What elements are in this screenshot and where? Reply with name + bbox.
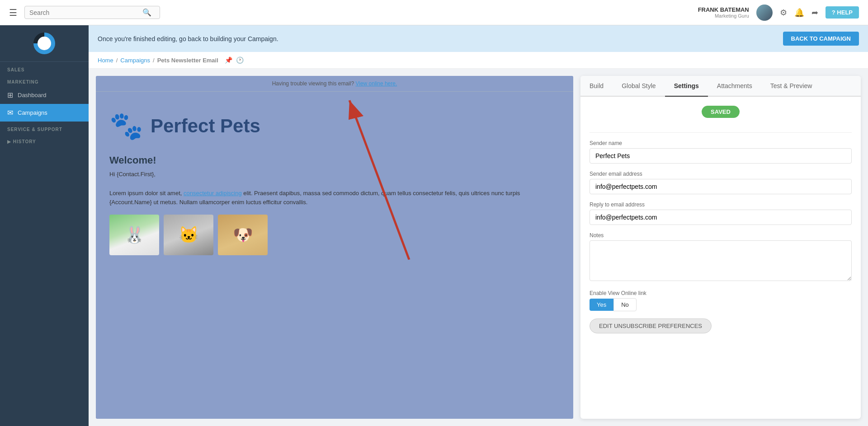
nav-left: ☰ 🔍 <box>9 6 698 19</box>
sidebar-item-label: Dashboard <box>18 92 47 98</box>
tab-settings[interactable]: Settings <box>665 76 708 97</box>
tab-global-style[interactable]: Global Style <box>613 76 665 97</box>
email-header: 🐾 Perfect Pets <box>109 101 560 149</box>
logo-inner <box>38 37 51 50</box>
sidebar-item-campaigns[interactable]: ✉ Campaigns <box>0 104 89 122</box>
dashboard-icon: ⊞ <box>7 91 13 99</box>
nav-right: FRANK BATEMAN Marketing Guru ⚙ 🔔 ➦ ? HEL… <box>698 5 859 21</box>
settings-body: SAVED Sender name Sender email address <box>580 97 861 419</box>
email-body-content: 🐾 Perfect Pets Welcome! Hi {Contact.Firs… <box>96 92 573 419</box>
pin-icon[interactable]: 📌 <box>225 56 232 64</box>
notes-label: Notes <box>590 232 852 239</box>
search-box: 🔍 <box>24 6 160 19</box>
user-name: FRANK BATEMAN <box>698 6 749 13</box>
back-to-campaign-button[interactable]: BACK TO CAMPAIGN <box>783 32 859 46</box>
sidebar-section-marketing: MARKETING <box>0 74 89 86</box>
breadcrumb: Home / Campaigns / Pets Newsletter Email… <box>89 52 868 69</box>
breadcrumb-current: Pets Newsletter Email <box>157 57 218 64</box>
sender-email-group: Sender email address <box>590 171 852 194</box>
cat-image: 🐱 <box>164 215 213 255</box>
breadcrumb-sep-1: / <box>116 57 118 64</box>
menu-icon[interactable]: ☰ <box>9 7 17 18</box>
email-preview: Having trouble viewing this email? View … <box>96 76 573 419</box>
reply-email-group: Reply to email address Select YES/NO to … <box>590 201 852 225</box>
enable-toggle-row: Yes No <box>590 298 852 311</box>
tab-build[interactable]: Build <box>580 76 613 97</box>
search-input[interactable] <box>29 9 142 16</box>
sidebar-item-dashboard[interactable]: ⊞ Dashboard <box>0 86 89 104</box>
sidebar: SALES MARKETING ⊞ Dashboard ✉ Campaigns … <box>0 25 89 426</box>
saved-badge: SAVED <box>702 106 740 118</box>
clock-icon[interactable]: 🕐 <box>236 56 244 64</box>
paw-icon: 🐾 <box>109 110 143 142</box>
user-info: FRANK BATEMAN Marketing Guru <box>698 6 749 19</box>
user-role: Marketing Guru <box>698 13 749 19</box>
editor-area: Having trouble viewing this email? View … <box>89 69 868 426</box>
sidebar-section-service: SERVICE & SUPPORT <box>0 122 89 134</box>
history-collapse-icon: ▶ <box>7 139 11 144</box>
toggle-no-button[interactable]: No <box>613 298 637 311</box>
pet-images: 🐰 🐱 🐶 <box>109 215 560 255</box>
notes-group: Notes <box>590 232 852 283</box>
breadcrumb-home[interactable]: Home <box>98 57 113 64</box>
content-area: Once you're finished editing, go back to… <box>89 25 868 426</box>
view-online-text: Having trouble viewing this email? <box>272 80 356 87</box>
settings-panel: Build Global Style Settings Attachments … <box>580 76 861 419</box>
enable-view-label: Enable View Online link <box>590 290 852 296</box>
welcome-heading: Welcome! <box>109 154 560 166</box>
logo-area <box>0 25 89 62</box>
sidebar-section-sales: SALES <box>0 62 89 74</box>
sender-email-label: Sender email address <box>590 171 852 177</box>
edit-unsubscribe-button[interactable]: EDIT UNSUBSCRIBE PREFERENCES <box>590 318 712 333</box>
campaigns-icon: ✉ <box>7 108 13 117</box>
sender-email-input[interactable] <box>590 179 852 194</box>
breadcrumb-actions: 📌 🕐 <box>225 56 244 64</box>
avatar[interactable] <box>756 5 773 21</box>
greeting-text: Hi {Contact.First}, <box>109 170 560 179</box>
enable-view-online-group: Enable View Online link Yes No <box>590 290 852 311</box>
toggle-yes-button[interactable]: Yes <box>590 299 613 311</box>
help-button[interactable]: ? HELP <box>826 6 859 19</box>
main-layout: SALES MARKETING ⊞ Dashboard ✉ Campaigns … <box>0 25 868 426</box>
view-online-link[interactable]: View online here. <box>355 80 397 87</box>
tabs-row: Build Global Style Settings Attachments … <box>580 76 861 97</box>
brand-name: Perfect Pets <box>151 115 260 137</box>
view-online-bar: Having trouble viewing this email? View … <box>96 76 573 92</box>
rabbit-image: 🐰 <box>109 215 159 255</box>
logo <box>33 33 55 54</box>
dog-image: 🐶 <box>218 215 268 255</box>
notifications-icon[interactable]: 🔔 <box>794 8 804 18</box>
body-text: Lorem ipsum dolor sit amet, consectetur … <box>109 189 560 208</box>
lorem-link[interactable]: consectetur adipiscing <box>184 190 242 197</box>
sender-name-label: Sender name <box>590 140 852 146</box>
sender-name-input[interactable] <box>590 148 852 164</box>
sender-name-group: Sender name <box>590 140 852 164</box>
banner: Once you're finished editing, go back to… <box>89 25 868 52</box>
top-navigation: ☰ 🔍 FRANK BATEMAN Marketing Guru ⚙ 🔔 ➦ ?… <box>0 0 868 25</box>
breadcrumb-campaigns[interactable]: Campaigns <box>120 57 150 64</box>
notes-textarea[interactable] <box>590 240 852 281</box>
sidebar-item-label: Campaigns <box>18 109 47 116</box>
tab-attachments[interactable]: Attachments <box>708 76 761 97</box>
email-greeting: Hi {Contact.First}, Lorem ipsum dolor si… <box>109 170 560 207</box>
reply-email-label: Reply to email address <box>590 201 852 208</box>
email-preview-inner: Having trouble viewing this email? View … <box>96 76 573 419</box>
avatar-image <box>756 5 773 21</box>
settings-icon[interactable]: ⚙ <box>780 8 787 18</box>
breadcrumb-sep-2: / <box>153 57 155 64</box>
logout-icon[interactable]: ➦ <box>811 8 818 18</box>
reply-email-input[interactable] <box>590 210 852 225</box>
tab-test-preview[interactable]: Test & Preview <box>761 76 821 97</box>
sidebar-section-history: ▶ HISTORY <box>0 134 89 146</box>
banner-text: Once you're finished editing, go back to… <box>98 35 278 42</box>
search-icon: 🔍 <box>142 8 151 17</box>
